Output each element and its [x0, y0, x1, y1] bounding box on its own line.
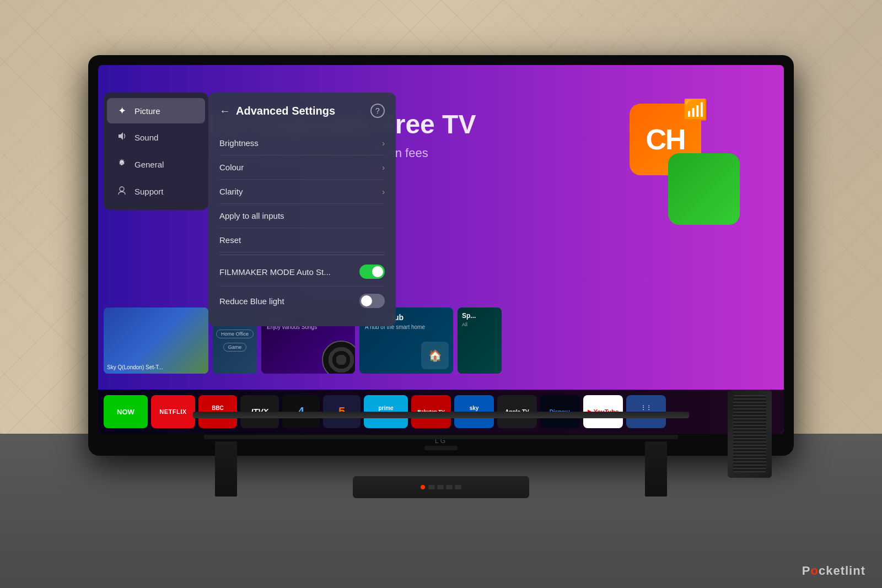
tv-body: LG Channels Free TV No subscription requ…: [88, 55, 794, 456]
sidebar-item-picture[interactable]: ✦ Picture: [107, 98, 205, 123]
stb-btn-4: [455, 485, 461, 489]
advanced-settings-title: Advanced Settings: [236, 105, 365, 117]
sidebar-item-general[interactable]: General: [107, 152, 205, 177]
speaker: [728, 390, 772, 478]
sidebar-item-support-label: Support: [135, 187, 164, 196]
app-netflix[interactable]: NETFLIX: [151, 395, 195, 428]
stb-btn-1: [428, 485, 435, 489]
filmmaker-mode-menu-item[interactable]: FILMMAKER MODE Auto St...: [219, 257, 385, 287]
clarity-arrow: ›: [382, 187, 385, 196]
wifi-icon: 📶: [683, 98, 707, 121]
set-top-box: [353, 476, 529, 498]
thumbnails-row: LIVE Sky Q(London) Set-T... Home Office …: [98, 302, 784, 379]
back-button[interactable]: ←: [219, 105, 230, 117]
app-now[interactable]: NOW: [104, 395, 148, 428]
reduce-blue-menu-item[interactable]: Reduce Blue light: [219, 287, 385, 315]
tv-stand-top: [193, 412, 689, 418]
colour-label: Colour: [219, 163, 244, 172]
apply-all-label: Apply to all inputs: [219, 211, 284, 220]
separator: [219, 255, 385, 255]
apply-all-menu-item[interactable]: Apply to all inputs: [219, 204, 385, 228]
sidebar-item-sound[interactable]: Sound: [107, 125, 205, 150]
thumbnail-sp[interactable]: Sp... All: [458, 308, 502, 374]
colour-menu-item[interactable]: Colour ›: [219, 155, 385, 180]
tv-stand-leg-left: [215, 441, 237, 497]
reset-menu-item[interactable]: Reset: [219, 228, 385, 252]
app-now-logo: NOW: [117, 408, 135, 416]
sidebar-item-picture-label: Picture: [135, 106, 160, 116]
tv-screen: LG Channels Free TV No subscription requ…: [98, 65, 784, 434]
stb-btn-2: [437, 485, 444, 489]
stb-led: [421, 485, 425, 489]
lg-ui: LG Channels Free TV No subscription requ…: [98, 65, 784, 434]
sp-title: Sp...: [462, 312, 497, 320]
reduce-blue-label: Reduce Blue light: [219, 296, 284, 306]
settings-sidebar: ✦ Picture Sound General: [104, 93, 208, 210]
reduce-blue-toggle-knob: [361, 295, 372, 306]
svg-point-7: [120, 187, 124, 191]
advanced-settings-header: ← Advanced Settings ?: [219, 104, 385, 118]
filmmaker-toggle[interactable]: [359, 265, 385, 279]
advanced-settings-panel: ← Advanced Settings ? Brightness › Colou…: [208, 93, 396, 326]
ch-logo: CH 📶: [630, 104, 740, 225]
picture-icon: ✦: [116, 105, 128, 117]
clarity-label: Clarity: [219, 187, 243, 196]
reduce-blue-toggle[interactable]: [359, 294, 385, 308]
sidebar-item-support[interactable]: Support: [107, 179, 205, 204]
general-icon: [116, 158, 128, 171]
sidebar-item-general-label: General: [135, 160, 164, 169]
hub-icon: 🏠: [421, 342, 449, 369]
clarity-menu-item[interactable]: Clarity ›: [219, 180, 385, 204]
vinyl-icon: [322, 341, 355, 374]
tv-stand-shelf: [204, 435, 678, 439]
sound-icon: [116, 131, 128, 144]
pocketlint-watermark: Pocketlint: [802, 564, 865, 578]
mode-pill-home[interactable]: Home Office: [216, 330, 254, 338]
stb-buttons: [428, 485, 461, 489]
brightness-label: Brightness: [219, 138, 259, 148]
brightness-menu-item[interactable]: Brightness ›: [219, 131, 385, 155]
channel-info: Sky Q(London) Set-T...: [107, 364, 205, 370]
app-netflix-logo: NETFLIX: [159, 408, 186, 415]
tv-stand-leg-right: [645, 441, 667, 497]
brightness-arrow: ›: [382, 139, 385, 148]
filmmaker-label: FILMMAKER MODE Auto St...: [219, 267, 331, 277]
sidebar-item-sound-label: Sound: [135, 133, 158, 142]
help-button[interactable]: ?: [370, 104, 385, 118]
stb-btn-3: [446, 485, 453, 489]
filmmaker-toggle-knob: [372, 266, 383, 277]
colour-arrow: ›: [382, 163, 385, 172]
support-icon: [116, 185, 128, 198]
ch-logo-green: [668, 153, 740, 225]
thumbnail-live[interactable]: LIVE Sky Q(London) Set-T...: [104, 308, 208, 374]
reset-label: Reset: [219, 235, 241, 245]
mode-pill-game[interactable]: Game: [223, 343, 247, 352]
